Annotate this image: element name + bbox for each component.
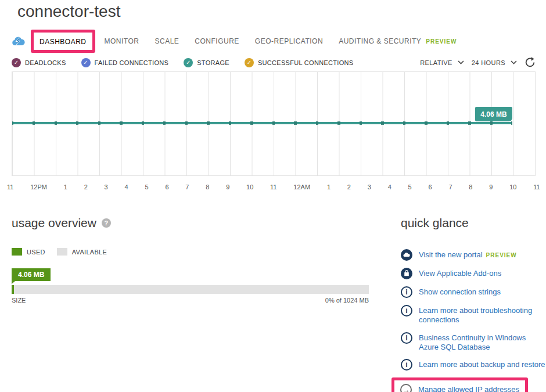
x-tick: 10 [509,184,516,190]
x-tick: 7 [185,184,189,190]
x-tick: 4 [125,184,128,190]
tab-geo-replication[interactable]: GEO-REPLICATION [255,37,323,45]
x-tick: 11 [7,184,13,190]
storage-series-line [12,122,512,124]
addons-bag-icon [401,268,412,279]
info-glyph: i [401,286,412,298]
help-icon[interactable]: ? [102,218,111,228]
tab-monitor[interactable]: MONITOR [105,37,139,45]
usage-overview-section: usage overview ? USED AVAILABLE 4.06 MB … [12,216,370,304]
legend-label: SUCCESSFUL CONNECTIONS [258,59,354,66]
link-show-connection-strings[interactable]: i Show connection strings [401,286,546,298]
available-swatch-icon [57,248,67,256]
used-size-badge: 4.06 MB [12,268,51,281]
annotation-box-manage-ip: → Manage allowed IP addresses [391,377,528,392]
x-tick: 11 [533,184,540,190]
x-tick: 8 [206,184,209,190]
x-tick: 9 [226,184,229,190]
quick-glance-links: Visit the new portalPREVIEW View Applica… [401,249,546,392]
info-icon: i [401,305,412,317]
usage-legend-label: AVAILABLE [72,249,107,256]
capacity-text: 0% of 1024 MB [325,297,369,304]
tab-scale[interactable]: SCALE [155,37,179,45]
tab-configure[interactable]: CONFIGURE [195,37,239,45]
usage-overview-title: usage overview ? [12,216,370,230]
link-text: View Applicable Add-ons [419,268,501,278]
legend-toggle-successful-connections[interactable]: ✓ SUCCESSFUL CONNECTIONS [245,58,354,67]
x-tick: 8 [469,184,472,190]
page-title: connector-test [17,2,120,21]
refresh-icon[interactable] [525,57,536,68]
link-backup-and-restore[interactable]: i Learn more about backup and restore [401,359,546,371]
link-manage-allowed-ip[interactable]: → Manage allowed IP addresses [400,384,519,392]
x-tick: 6 [165,184,168,190]
usage-legend-label: USED [27,249,45,256]
usage-bar-labels: SIZE 0% of 1024 MB [12,297,369,304]
link-business-continuity[interactable]: i Business Continuity in Windows Azure S… [401,332,546,353]
arrow-icon: → [400,384,412,392]
x-tick: 11 [270,184,276,190]
x-tick: 10 [246,184,253,190]
usage-legend-used: USED [12,248,45,256]
quick-glance-title-text: quick glance [401,216,469,230]
chevron-down-icon[interactable] [458,60,464,64]
usage-overview-title-text: usage overview [12,216,96,230]
x-tick: 9 [489,184,493,190]
info-glyph: i [401,359,412,371]
tab-auditing-security-label: AUDITING & SECURITY [339,37,421,45]
link-visit-new-portal[interactable]: Visit the new portalPREVIEW [401,249,546,261]
tab-auditing-security[interactable]: AUDITING & SECURITYPREVIEW [339,37,457,45]
check-circle-icon: ✓ [245,58,254,67]
annotation-box-dashboard: DASHBOARD [31,30,95,53]
link-troubleshooting-connections[interactable]: i Learn more about troubleshooting conne… [401,305,546,325]
check-circle-icon: ✓ [184,58,193,67]
legend-label: DEADLOCKS [25,59,66,66]
x-tick: 4 [388,184,391,190]
x-tick: 6 [428,184,432,190]
sql-database-cloud-icon [12,37,25,46]
chart-controls: RELATIVE 24 HOURS [420,57,536,68]
quick-glance-title: quick glance [401,216,546,230]
link-text: Show connection strings [419,286,501,297]
x-tick: 2 [84,184,88,190]
legend-label: STORAGE [197,59,229,66]
link-text: Learn more about backup and restore [419,359,545,369]
info-glyph: i [401,305,412,317]
check-circle-icon: ✓ [81,58,91,67]
x-tick: 5 [145,184,148,190]
x-tick: 1 [64,184,67,190]
used-swatch-icon [12,248,22,256]
link-view-addons[interactable]: View Applicable Add-ons [401,268,546,279]
legend-toggle-storage[interactable]: ✓ STORAGE [184,58,229,67]
usage-legend-available: AVAILABLE [57,248,107,256]
size-label: SIZE [12,297,26,304]
chevron-down-icon[interactable] [511,60,517,64]
usage-legend: USED AVAILABLE [12,248,370,256]
x-tick: 3 [368,184,371,190]
link-text: Learn more about troubleshooting connect… [419,305,546,325]
preview-badge: PREVIEW [426,38,457,45]
x-tick: 12PM [30,184,47,190]
storage-value-badge: 4.06 MB [475,107,512,121]
preview-badge: PREVIEW [486,252,517,258]
time-range-dropdown[interactable]: 24 HOURS [472,59,505,66]
arrow-glyph: → [400,384,412,392]
legend-toggle-deadlocks[interactable]: ✓ DEADLOCKS [12,58,66,67]
metrics-chart: 4.06 MB [12,71,536,176]
legend-toggle-failed-connections[interactable]: ✓ FAILED CONNECTIONS [81,58,169,67]
metric-bar: ✓ DEADLOCKS ✓ FAILED CONNECTIONS ✓ STORA… [12,57,536,68]
link-text: Business Continuity in Windows Azure SQL… [419,332,546,353]
tab-bar: DASHBOARD MONITOR SCALE CONFIGURE GEO-RE… [12,30,457,53]
tab-dashboard[interactable]: DASHBOARD [39,38,87,46]
chart-x-axis: 11 12PM 1 2 3 4 5 6 7 8 9 10 11 12AM 1 2… [7,184,540,190]
info-icon: i [401,286,412,298]
relative-dropdown[interactable]: RELATIVE [420,59,452,66]
x-tick: 12AM [293,184,310,190]
info-glyph: i [401,332,412,344]
azure-classic-portal-page: connector-test DASHBOARD MONITOR SCALE C… [0,0,546,392]
info-icon: i [401,359,412,371]
x-tick: 3 [105,184,108,190]
check-circle-icon: ✓ [12,58,21,67]
storage-usage-bar [12,285,369,294]
chart-legend: ✓ DEADLOCKS ✓ FAILED CONNECTIONS ✓ STORA… [12,58,353,67]
